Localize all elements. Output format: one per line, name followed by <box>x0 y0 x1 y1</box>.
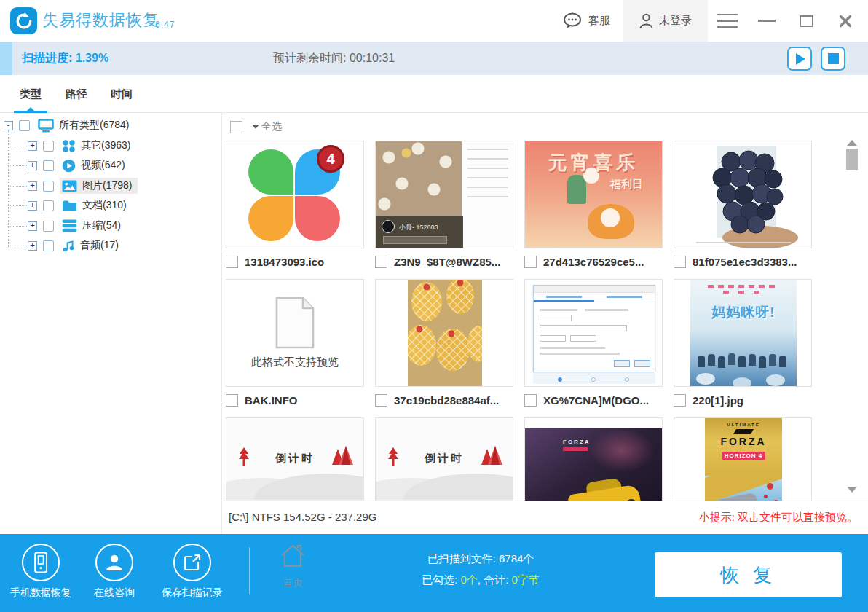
scrollbar-down-arrow[interactable] <box>847 487 857 493</box>
game-cover-image: ULTIMATE FORZA HORIZON 4 <box>705 418 782 501</box>
checked-summary: 已勾选: 0个, 合计: 0字节 <box>397 573 564 587</box>
tree-item-other[interactable]: + 其它(3963) <box>28 137 136 154</box>
file-card: 37c19cbd28e884af... <box>375 279 513 407</box>
file-checkbox[interactable] <box>375 256 387 268</box>
tab-path[interactable]: 路径 <box>66 75 87 113</box>
file-checkbox[interactable] <box>375 394 387 407</box>
export-icon <box>173 544 211 581</box>
scrollbar-up-arrow[interactable] <box>847 140 857 146</box>
tree-checkbox[interactable] <box>43 141 54 152</box>
file-name: 81f075e1ec3d3383... <box>693 256 797 268</box>
tree-checkbox[interactable] <box>43 181 54 192</box>
tree-item-all-types[interactable]: - 所有类型(6784) <box>4 117 135 134</box>
select-all-row: 全选 <box>230 118 282 136</box>
text-line <box>540 309 577 311</box>
recover-button[interactable]: 恢 复 <box>655 552 842 597</box>
login-button-shape <box>383 236 447 244</box>
file-card: 倒计时 <box>226 417 364 501</box>
tree-checkbox[interactable] <box>43 240 54 251</box>
poster-subtitle: 福利日 <box>610 178 643 192</box>
file-name: 220[1].jpg <box>693 394 743 407</box>
phone-recovery-button[interactable]: 手机数据恢复 <box>6 544 76 600</box>
minimize-button[interactable] <box>747 0 786 42</box>
tree-checkbox[interactable] <box>43 200 54 211</box>
file-checkbox[interactable] <box>674 256 686 268</box>
expand-expander[interactable]: + <box>28 241 37 251</box>
petal-shape <box>295 196 340 241</box>
thumbnail-movie-poster[interactable]: 妈妈咪呀! <box>674 279 812 387</box>
close-button[interactable] <box>826 0 865 42</box>
file-checkbox[interactable] <box>524 394 537 407</box>
video-icon <box>62 159 76 173</box>
file-card: 81f075e1ec3d3383... <box>674 141 812 269</box>
thumbnail-no-preview[interactable]: 此格式不支持预览 <box>226 279 364 387</box>
user-icon <box>639 13 653 29</box>
select-all-checkbox[interactable] <box>230 121 242 133</box>
file-checkbox[interactable] <box>524 256 537 268</box>
tree-item-archive[interactable]: + 压缩(54) <box>28 217 127 235</box>
tree-checkbox[interactable] <box>43 160 54 171</box>
online-consult-button[interactable]: 在线咨询 <box>86 544 143 600</box>
thumbnail-forza-wide-image[interactable]: FORZA <box>524 417 663 501</box>
tree-item-video[interactable]: + 视频(642) <box>28 157 131 174</box>
tree-item-label: 图片(1798) <box>82 179 132 192</box>
file-name: 1318473093.ico <box>245 256 324 268</box>
tree-item-document[interactable]: + 文档(310) <box>28 197 133 214</box>
close-icon <box>839 15 852 28</box>
thumbnail-blueberries-photo[interactable] <box>674 141 812 248</box>
collapse-expander[interactable]: - <box>4 121 13 130</box>
tree-item-label: 视频(642) <box>81 159 125 172</box>
select-dropdown-icon[interactable] <box>252 125 259 129</box>
thumbnail-countdown-image[interactable]: 倒计时 <box>375 417 513 501</box>
tree-checkbox[interactable] <box>19 120 30 131</box>
tab-time[interactable]: 时间 <box>111 75 133 113</box>
customer-service-button[interactable]: 客服 <box>550 0 623 42</box>
phone-icon <box>22 544 60 581</box>
expand-expander[interactable]: + <box>28 221 37 231</box>
eta-label: 预计剩余时间: 00:10:31 <box>273 51 395 66</box>
file-card: 倒计时 <box>375 417 513 501</box>
expand-expander[interactable]: + <box>28 141 37 151</box>
cover-bottom <box>705 476 782 501</box>
file-type-tree: - 所有类型(6784) + 其它(3963) + 视频(642) + 图片(1… <box>0 113 222 534</box>
login-bar: 小骨- 152603 <box>376 216 463 248</box>
tree-checkbox[interactable] <box>43 221 54 232</box>
home-button[interactable]: 首页 <box>269 544 316 589</box>
scrollbar-thumb[interactable] <box>846 149 858 170</box>
login-button[interactable]: 未登录 <box>623 0 708 42</box>
thumbnail-forza-cover[interactable]: ULTIMATE FORZA HORIZON 4 <box>674 417 812 501</box>
dialog-tabs <box>534 293 655 302</box>
file-checkbox[interactable] <box>226 394 238 407</box>
thumbnail-countdown-image[interactable]: 倒计时 <box>226 417 364 501</box>
file-name: XG%7CNA]M(DGO... <box>543 394 649 407</box>
expand-expander[interactable]: + <box>28 201 37 211</box>
tree-item-label: 所有类型(6784) <box>59 119 129 132</box>
text-line <box>585 309 628 311</box>
save-scan-record-button[interactable]: 保存扫描记录 <box>156 544 229 600</box>
dialog-steps <box>533 374 655 384</box>
maximize-button[interactable] <box>786 0 826 42</box>
expand-expander[interactable]: + <box>28 181 37 191</box>
scan-progress-label: 扫描进度: 1.39% <box>22 51 108 66</box>
thumbnail-mango-photo[interactable] <box>375 279 513 387</box>
tab-type[interactable]: 类型 <box>20 75 42 113</box>
tree-item-audio[interactable]: + 音频(17) <box>28 237 125 254</box>
expand-expander[interactable]: + <box>28 161 37 170</box>
thumbnail-qq-screenshot[interactable]: 小骨- 152603 <box>375 141 513 248</box>
file-checkbox[interactable] <box>226 256 238 268</box>
figure-shape <box>567 175 586 204</box>
input-shape <box>540 315 572 321</box>
menu-button[interactable] <box>708 0 747 42</box>
file-card: FORZA <box>524 417 663 501</box>
forza-brand-label: FORZA <box>705 436 782 447</box>
resume-scan-button[interactable] <box>787 47 812 71</box>
thumbnail-festival-poster[interactable]: 元宵喜乐 福利日 <box>524 141 663 248</box>
file-checkbox[interactable] <box>674 394 686 407</box>
panel-area <box>462 141 513 248</box>
thumbnail-dialog-screenshot[interactable] <box>524 279 663 387</box>
minimize-icon <box>758 20 776 22</box>
stop-scan-button[interactable] <box>821 47 845 71</box>
hamburger-icon <box>717 14 738 28</box>
thumbnail-flower-app-icon[interactable]: 4 <box>226 141 364 248</box>
tree-item-image[interactable]: + 图片(1798) <box>28 177 138 195</box>
